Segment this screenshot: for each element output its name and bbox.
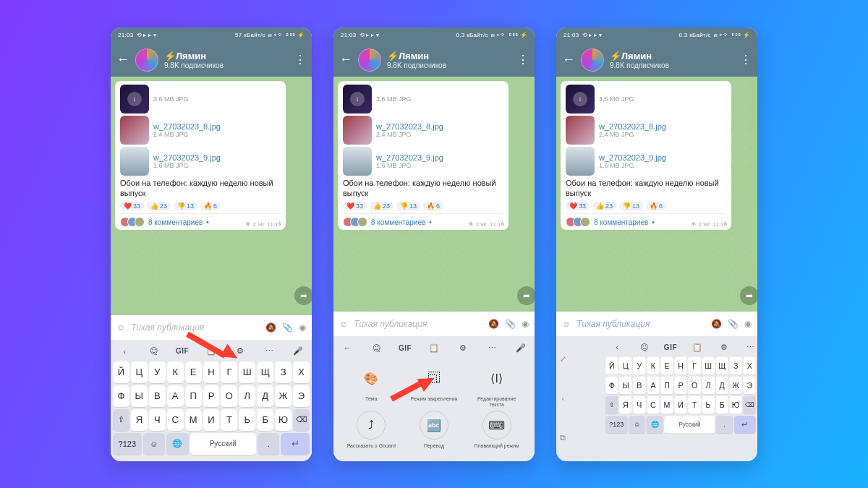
reaction[interactable]: ❤️33 [343,202,367,210]
key[interactable]: Ь [239,409,255,431]
attach-icon[interactable]: 📎 [505,319,516,329]
dot-key[interactable]: . [716,415,733,433]
menu-floating[interactable]: ⌨Плавающий режим [467,411,527,449]
gif-button[interactable]: GIF [175,344,190,359]
key[interactable]: В [633,376,645,394]
key[interactable]: Б [257,409,273,431]
key[interactable]: Щ [715,356,728,374]
key[interactable]: Е [660,356,673,374]
key[interactable]: Р [674,376,686,394]
emoji-key[interactable]: ☺ [143,433,165,455]
key[interactable]: О [688,376,700,394]
mic-icon[interactable]: 🎤 [514,341,528,355]
kbd-more-icon[interactable]: ⋯ [743,340,757,354]
key[interactable]: У [149,361,166,383]
key[interactable]: К [167,361,184,383]
emoji-key[interactable]: ☺ [629,415,645,433]
numbers-key[interactable]: ?123 [605,415,627,433]
channel-header[interactable]: ← ⚡Лямин 9.8K подписчиков ⋮ [111,43,312,77]
key[interactable]: Ж [729,376,741,394]
attach-icon[interactable]: 📎 [728,319,739,329]
move-left-icon[interactable]: ‹ [561,394,564,403]
file-thumb-1[interactable] [566,85,595,114]
channel-avatar[interactable] [135,48,158,72]
key[interactable]: Д [257,385,273,407]
file-thumb-3[interactable] [566,147,595,176]
file-attachment[interactable]: 3,6 MB JPG [566,85,726,114]
sticker-icon[interactable]: ☺̤ [146,344,161,359]
key[interactable]: П [185,385,202,407]
reaction[interactable]: 👎13 [619,202,643,210]
file-thumb-3[interactable] [120,147,149,176]
key[interactable]: Х [743,356,755,374]
key[interactable]: Э [743,376,755,394]
key[interactable]: Ы [131,385,148,407]
key[interactable]: И [203,409,220,431]
emoji-icon[interactable]: ☺ [339,319,348,329]
key[interactable]: Й [605,356,618,374]
attach-icon[interactable]: 📎 [282,322,293,333]
file-attachment[interactable]: w_27032023_9.jpg1,6 MB JPG [566,147,726,176]
key[interactable]: М [660,395,673,414]
message-bubble[interactable]: 3,6 MB JPG w_27032023_8.jpg2,4 MB JPG w_… [561,81,731,231]
back-icon[interactable]: ← [562,52,575,67]
key[interactable]: Ц [619,356,631,374]
silent-icon[interactable]: 🔕 [711,319,722,329]
detach-icon[interactable]: ⧉ [560,433,566,442]
forward-button[interactable]: ➦ [294,286,312,305]
reaction[interactable]: 👍23 [147,202,171,210]
more-icon[interactable]: ⋮ [517,53,529,67]
forward-button[interactable]: ➦ [517,286,535,305]
more-icon[interactable]: ⋮ [740,53,752,67]
message-input[interactable]: Тихая публикация [131,322,260,333]
file-thumb-3[interactable] [343,147,372,176]
key[interactable]: Я [619,395,631,414]
key[interactable]: Г [221,361,237,383]
space-key[interactable]: Русский [190,433,256,455]
kbd-back-icon[interactable]: ‹ [610,340,624,354]
key[interactable]: Л [239,385,255,407]
dot-key[interactable]: . [258,433,279,455]
more-icon[interactable]: ⋮ [294,53,306,67]
backspace-key[interactable]: ⌫ [743,395,755,414]
key[interactable]: Ч [149,409,166,431]
key[interactable]: К [647,356,659,374]
key[interactable]: Н [674,356,686,374]
key[interactable]: Ы [619,376,631,394]
menu-text-edit[interactable]: ⟨I⟩Редактирование текста [467,364,527,408]
expand-icon[interactable]: ⤢ [560,354,566,364]
kbd-back-icon[interactable]: ‹ [117,344,132,359]
key[interactable]: Ц [131,361,148,383]
enter-key[interactable]: ↵ [733,415,755,433]
key[interactable]: Ш [702,356,714,374]
key[interactable]: З [729,356,741,374]
channel-header[interactable]: ← ⚡Лямин9.8K подписчиков ⋮ [333,43,535,77]
key[interactable]: О [221,385,237,407]
chat-area[interactable]: 3,6 MB JPG w_27032023_8.jpg2,4 MB JPG w_… [333,77,535,312]
key[interactable]: М [185,409,202,431]
channel-avatar[interactable] [581,48,604,72]
clipboard-icon[interactable]: 📋 [689,340,704,354]
chat-area[interactable]: 3,6 MB JPG w_27032023_8.jpg2,4 MB JPG w_… [111,77,312,315]
key[interactable]: Й [113,361,129,383]
key[interactable]: Т [688,395,700,414]
gif-button[interactable]: GIF [398,341,412,355]
channel-avatar[interactable] [358,48,381,72]
key[interactable]: Ф [605,376,618,394]
clipboard-icon[interactable]: 📋 [427,341,441,355]
key[interactable]: Р [203,385,220,407]
file-thumb-1[interactable] [120,85,149,114]
key[interactable]: Е [185,361,202,383]
silent-icon[interactable]: 🔕 [488,319,499,329]
back-icon[interactable]: ← [116,52,129,67]
message-bubble[interactable]: 3,6 MB JPG w_27032023_8.jpg2,4 MB JPG w_… [338,81,509,231]
key[interactable]: Ь [702,395,714,414]
kbd-more-icon[interactable]: ⋯ [262,344,276,359]
backspace-key[interactable]: ⌫ [293,409,310,431]
key[interactable]: Д [715,376,728,394]
file-thumb-2[interactable] [343,116,372,145]
key[interactable]: А [167,385,184,407]
menu-share[interactable]: ⤴Рассказать о Gboard [341,411,401,449]
lang-key[interactable]: 🌐 [646,415,663,433]
key[interactable]: Л [702,376,714,394]
